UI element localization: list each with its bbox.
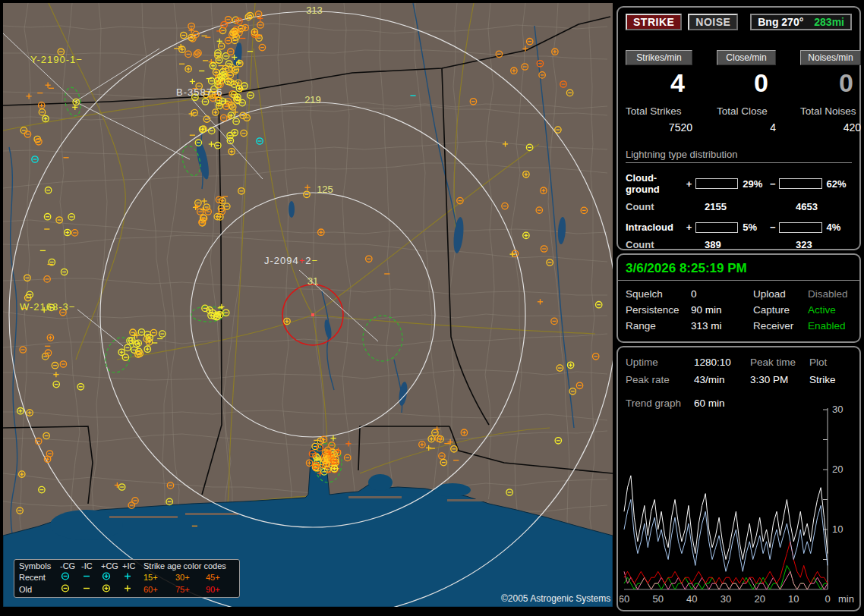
barrier-island <box>447 499 493 501</box>
cgp-symbol-icon <box>101 571 112 581</box>
intracloud-count-row: Count 389 323 <box>626 239 852 250</box>
icm-symbol-icon <box>81 571 92 581</box>
y-tick-label: 30 <box>832 405 843 415</box>
status-label: Persistence <box>626 304 691 316</box>
ic-negative-bar <box>779 222 822 233</box>
icm-symbol-icon <box>81 583 92 593</box>
legend-header: -IC <box>81 561 101 571</box>
trend-panel: Uptime 1280:10 Peak time Plot Peak rate … <box>616 346 861 611</box>
strike-toggle-button[interactable]: STRIKE <box>626 14 682 30</box>
map-canvas[interactable]: 31321912531Y-2190-1−B-3587-6J-2094+2−W-2… <box>3 3 613 607</box>
intracloud-label: Intracloud <box>626 222 684 233</box>
legend-header: +CG <box>101 561 122 571</box>
noises-per-min-header: Noises/min <box>800 50 861 65</box>
status-value: Enabled <box>808 320 852 332</box>
toolbar: STRIKE NOISE Bng 270° 283mi <box>626 14 852 30</box>
plus-sign: + <box>684 178 693 190</box>
age-codes-title: Strike age color codes <box>143 561 235 571</box>
cloud-ground-label: Cloud-ground <box>626 172 684 195</box>
ic-negative-percent: 4% <box>824 222 852 233</box>
status-value: 90 min <box>691 304 753 316</box>
minus-sign: − <box>768 178 777 190</box>
cg-negative-bar <box>779 178 822 189</box>
ic-negative-count: 323 <box>796 239 812 250</box>
barrier-island <box>348 496 402 498</box>
age-code: 75+ <box>175 585 206 595</box>
cg-positive-bar <box>695 178 739 189</box>
cgm-symbol-icon <box>60 571 71 581</box>
bearing-label: Bng 270° <box>758 16 803 28</box>
range-ring-label: 219 <box>304 94 321 105</box>
status-label: Receiver <box>753 320 808 332</box>
status-value: 313 mi <box>691 320 753 332</box>
range-ring-label: 31 <box>307 275 318 287</box>
cg-negative-count: 4653 <box>796 201 818 212</box>
bearing-readout: Bng 270° 283mi <box>750 14 852 30</box>
uptime-grid: Uptime 1280:10 Peak time Plot Peak rate … <box>618 352 859 409</box>
plus-sign: + <box>684 222 693 233</box>
ic-positive-count: 389 <box>705 239 796 250</box>
peak-time-label: Peak time <box>750 357 809 368</box>
barrier-island <box>185 513 238 515</box>
x-axis-unit: min <box>838 593 854 605</box>
x-tick-label: 40 <box>686 593 697 605</box>
legend-header: Symbols <box>19 561 60 571</box>
pensacola-bay <box>368 474 393 491</box>
copyright-text: ©2005 Astrogenic Systems <box>501 593 610 604</box>
trend-chart: 1020306050403020100min <box>620 405 861 607</box>
cgm-symbol-icon <box>60 583 71 593</box>
close-per-min-value: 0 <box>717 68 776 98</box>
total-strikes-value: 7520 <box>626 121 692 134</box>
status-grid: Squelch0UploadDisabledPersistence90 minC… <box>618 281 859 332</box>
x-tick-label: 10 <box>788 593 799 605</box>
status-value: 0 <box>691 288 753 300</box>
storm-cell-label: W-2168-3− <box>20 301 75 313</box>
lightning-map[interactable]: 31321912531Y-2190-1−B-3587-6J-2094+2−W-2… <box>3 3 613 607</box>
noise-toggle-button[interactable]: NOISE <box>688 14 738 30</box>
series-+IC <box>624 571 828 589</box>
barrier-island <box>109 516 178 518</box>
status-label: Upload <box>753 288 808 300</box>
total-noises-value: 420 <box>800 121 861 134</box>
lake <box>289 201 295 218</box>
lake-pontchartrain <box>50 510 123 540</box>
legend-header: -CG <box>60 561 81 571</box>
uptime-value: 1280:10 <box>694 357 750 368</box>
status-value: Disabled <box>808 288 852 300</box>
legend-row-label: Old <box>19 585 60 595</box>
total-close-value: 4 <box>717 121 776 134</box>
y-tick-label: 10 <box>832 523 843 535</box>
icp-symbol-icon <box>122 583 133 593</box>
age-code: 90+ <box>206 585 235 595</box>
close-per-min-header: Close/min <box>717 50 776 65</box>
cg-positive-count: 2155 <box>705 201 796 212</box>
cg-negative-percent: 62% <box>824 178 852 190</box>
station-center-marker <box>311 313 314 316</box>
y-tick-label: 20 <box>832 464 843 475</box>
peak-rate-value: 43/min <box>694 374 750 385</box>
strikes-per-min-value: 4 <box>626 68 692 98</box>
system-status-panel: 3/6/2026 8:25:19 PM Squelch0UploadDisabl… <box>616 253 861 343</box>
noises-per-min-value: 0 <box>800 68 861 98</box>
x-tick-label: 50 <box>652 593 663 605</box>
storm-cell-label: J-2094+2− <box>264 255 318 266</box>
total-noises-label: Total Noises <box>800 105 861 117</box>
ic-positive-percent: 5% <box>739 222 768 233</box>
storm-cell-label: B-3587-6 <box>176 86 222 98</box>
plot-value: Strike <box>809 374 852 385</box>
range-ring-label: 125 <box>317 184 333 195</box>
storm-cell-label: Y-2190-1− <box>30 54 83 65</box>
total-close-label: Total Close <box>717 105 776 117</box>
strikes-per-min-header: Strikes/min <box>626 50 692 65</box>
plot-label: Plot <box>809 357 852 368</box>
age-code: 30+ <box>175 573 206 583</box>
uptime-label: Uptime <box>626 357 694 368</box>
x-tick-label: 30 <box>721 593 731 605</box>
minus-sign: − <box>768 222 777 233</box>
peak-rate-label: Peak rate <box>626 374 694 385</box>
age-code: 15+ <box>143 573 175 583</box>
bearing-distance: 283mi <box>814 16 844 28</box>
age-code: 60+ <box>143 585 175 595</box>
datetime-display: 3/6/2026 8:25:19 PM <box>618 258 859 281</box>
peak-time-value: 3:30 PM <box>750 374 809 385</box>
